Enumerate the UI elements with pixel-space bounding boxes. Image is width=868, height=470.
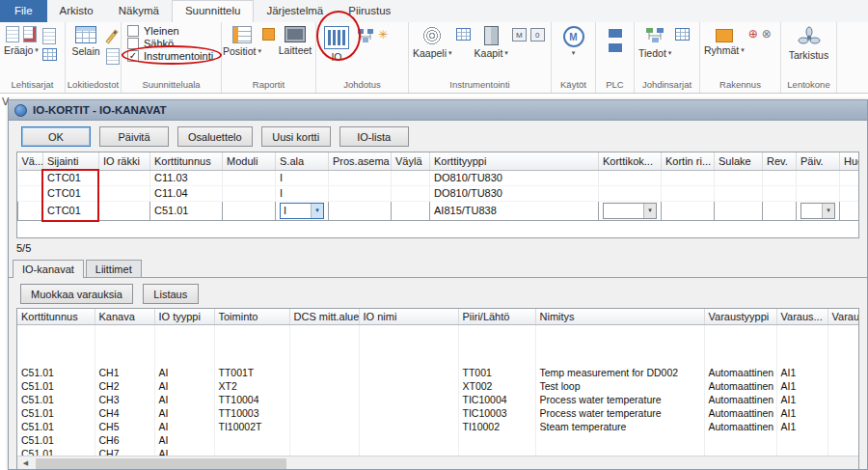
table-cell[interactable]: DO810/TU830 bbox=[430, 185, 599, 201]
table-cell[interactable] bbox=[535, 433, 704, 447]
table-cell[interactable]: CH3 bbox=[95, 393, 154, 406]
column-header[interactable]: Nimitys bbox=[535, 309, 704, 325]
table-cell[interactable] bbox=[223, 185, 276, 201]
table-cell[interactable] bbox=[715, 170, 763, 185]
column-header[interactable]: Päiv. bbox=[797, 152, 840, 170]
table-cell[interactable] bbox=[329, 185, 392, 201]
table-cell[interactable] bbox=[827, 325, 859, 339]
table-cell[interactable] bbox=[392, 170, 430, 185]
harness-list-icon[interactable] bbox=[675, 28, 690, 41]
table-cell[interactable]: AI1 bbox=[776, 379, 827, 393]
table-cell[interactable]: Automaattinen bbox=[704, 366, 776, 379]
table-cell[interactable] bbox=[827, 366, 859, 379]
table-cell[interactable] bbox=[763, 185, 797, 201]
table-cell[interactable]: C51.01 bbox=[17, 393, 95, 406]
table-cell[interactable]: TI10002T bbox=[214, 420, 289, 433]
table-cell[interactable]: C51.01 bbox=[17, 433, 95, 447]
zero-tag-icon[interactable]: 0 bbox=[530, 28, 545, 41]
kaapeli-button[interactable]: Kaapeli▾ bbox=[411, 25, 454, 60]
table-cell[interactable] bbox=[704, 433, 776, 447]
table-row[interactable]: C51.01CH4AITT10003TIC10003Process water … bbox=[17, 406, 859, 420]
table-cell[interactable]: C51.01 bbox=[17, 379, 95, 393]
korttitunnus-cell[interactable]: C51.01 bbox=[150, 201, 223, 220]
table-cell[interactable]: C11.03 bbox=[150, 170, 223, 185]
table-cell[interactable] bbox=[154, 352, 214, 366]
table-row[interactable] bbox=[17, 325, 859, 339]
ryhmat-button[interactable]: Ryhmät▾ bbox=[702, 25, 746, 57]
table-cell[interactable]: CH2 bbox=[95, 379, 154, 393]
sheet-list-icon[interactable] bbox=[42, 48, 57, 61]
table-cell[interactable]: AI1 bbox=[776, 393, 827, 406]
combo-arrow-icon[interactable]: ▾ bbox=[822, 204, 834, 218]
harness-branch-icon[interactable] bbox=[357, 28, 374, 43]
table-cell[interactable] bbox=[776, 325, 827, 339]
table-cell[interactable] bbox=[458, 339, 535, 352]
row-indicator-cell[interactable] bbox=[18, 201, 43, 220]
korttikoko-combobox[interactable]: ▾ bbox=[603, 203, 657, 219]
table-cell[interactable] bbox=[797, 170, 840, 185]
table-cell[interactable] bbox=[840, 170, 860, 185]
table-row[interactable] bbox=[17, 339, 859, 352]
table-cell[interactable] bbox=[359, 379, 458, 393]
table-cell[interactable]: C51.01 bbox=[17, 406, 95, 420]
table-cell[interactable] bbox=[704, 325, 776, 339]
column-header[interactable]: Pros.asema bbox=[329, 152, 392, 170]
table-cell[interactable] bbox=[827, 339, 859, 352]
column-header[interactable]: S.ala bbox=[276, 152, 329, 170]
table-cell[interactable] bbox=[18, 170, 43, 185]
table-cell[interactable]: AI1 bbox=[776, 420, 827, 433]
table-cell[interactable] bbox=[662, 185, 715, 201]
table-cell[interactable] bbox=[827, 393, 859, 406]
table-cell[interactable]: CTC01 bbox=[43, 185, 99, 201]
table-cell[interactable]: Automaattinen bbox=[704, 393, 776, 406]
table-cell[interactable] bbox=[359, 433, 458, 447]
korttityyppi-cell[interactable]: AI815/TU838 bbox=[430, 201, 599, 220]
table-cell[interactable]: AI bbox=[154, 433, 214, 447]
scrollbar-thumb[interactable] bbox=[36, 458, 286, 469]
table-cell[interactable] bbox=[154, 325, 214, 339]
table-cell[interactable] bbox=[289, 433, 359, 447]
table-cell[interactable] bbox=[359, 366, 458, 379]
table-cell[interactable] bbox=[289, 406, 359, 420]
instrumentointi-checkbox-box[interactable]: ✓ bbox=[127, 50, 139, 62]
table-cell[interactable] bbox=[776, 339, 827, 352]
table-cell[interactable]: TT10004 bbox=[214, 393, 289, 406]
column-header[interactable]: IO räkki bbox=[99, 152, 150, 170]
tab-nakyma[interactable]: Näkymä bbox=[106, 0, 172, 22]
column-header[interactable]: Rev. bbox=[763, 152, 797, 170]
table-cell[interactable] bbox=[662, 170, 715, 185]
table-cell[interactable]: XT002 bbox=[458, 379, 535, 393]
tab-io-kanavat[interactable]: IO-kanavat bbox=[13, 260, 84, 278]
table-cell[interactable] bbox=[535, 325, 704, 339]
table-cell[interactable]: Automaattinen bbox=[704, 379, 776, 393]
table-cell[interactable]: Automaattinen bbox=[704, 420, 776, 433]
listaus-button[interactable]: Listaus bbox=[143, 284, 199, 304]
table-row[interactable]: C51.01CH6AI bbox=[17, 433, 859, 447]
table-cell[interactable] bbox=[797, 185, 840, 201]
rev-cell[interactable] bbox=[763, 201, 797, 220]
table-cell[interactable] bbox=[289, 339, 359, 352]
horizontal-scrollbar[interactable]: ◀ bbox=[17, 456, 858, 470]
table-cell[interactable] bbox=[99, 185, 150, 201]
table-cell[interactable]: AI1 bbox=[776, 366, 827, 379]
table-cell[interactable]: CH1 bbox=[95, 366, 154, 379]
table-cell[interactable]: XT2 bbox=[214, 379, 289, 393]
cable-list-icon[interactable] bbox=[456, 28, 471, 41]
table-cell[interactable] bbox=[289, 366, 359, 379]
table-cell[interactable] bbox=[359, 420, 458, 433]
table-cell[interactable] bbox=[827, 433, 859, 447]
column-header[interactable]: Piiri/Lähtö bbox=[458, 309, 535, 325]
checkbox-sahko[interactable]: Sähkö bbox=[127, 37, 174, 49]
tarkistus-button[interactable]: Tarkistus bbox=[787, 25, 830, 62]
s-ala-combobox[interactable]: I ▾ bbox=[280, 203, 324, 219]
osaluettelo-button[interactable]: Osaluettelo bbox=[177, 126, 253, 147]
table-cell[interactable]: AI bbox=[154, 393, 214, 406]
table-cell[interactable] bbox=[95, 325, 154, 339]
table-cell[interactable]: Process water temperature bbox=[535, 406, 704, 420]
column-header[interactable]: DCS mitt.alue bbox=[289, 309, 359, 325]
table-cell[interactable] bbox=[223, 170, 276, 185]
table-cell[interactable] bbox=[704, 339, 776, 352]
kaapit-button[interactable]: Kaapit▾ bbox=[473, 25, 510, 60]
io-rakki-cell[interactable] bbox=[99, 201, 150, 220]
column-header[interactable]: Vä... bbox=[18, 152, 43, 170]
